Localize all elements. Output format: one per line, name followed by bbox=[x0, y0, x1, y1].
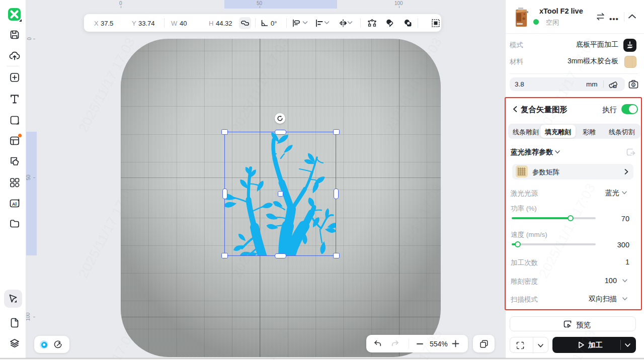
svg-text:A: A bbox=[614, 85, 616, 88]
svg-text:Al: Al bbox=[12, 202, 17, 207]
